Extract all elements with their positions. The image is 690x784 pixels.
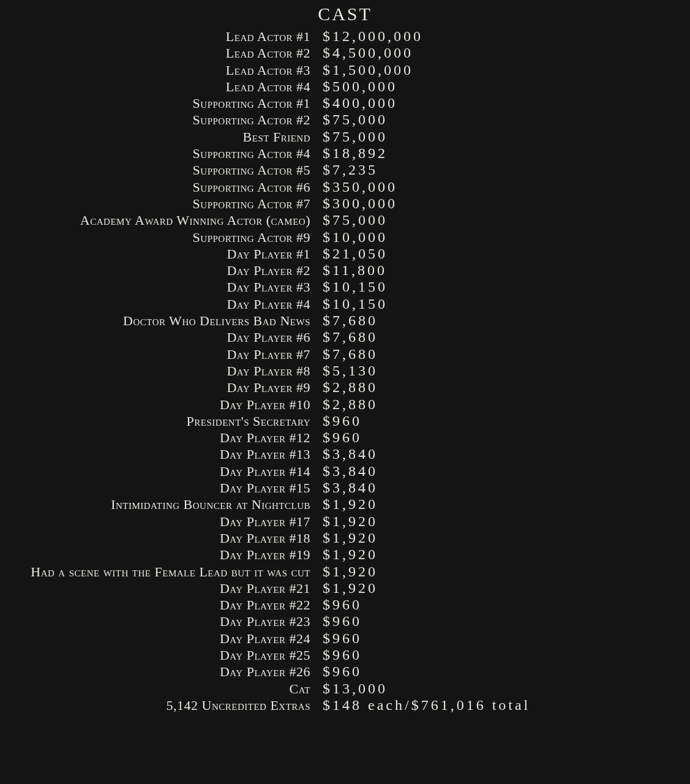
cast-amount: $10,150: [317, 296, 690, 312]
cast-role: Day Player #3: [0, 279, 317, 295]
cast-amount: $500,000: [317, 78, 690, 95]
cast-row: Intimidating Bouncer at Nightclub$1,920: [0, 496, 690, 513]
cast-role: Day Player #24: [0, 630, 317, 647]
cast-amount: $7,680: [317, 329, 690, 345]
cast-row: Day Player #22$960: [0, 597, 690, 613]
cast-row: Day Player #19$1,920: [0, 546, 690, 563]
cast-role: Day Player #1: [0, 246, 317, 262]
cast-amount: $300,000: [317, 195, 690, 212]
cast-amount: $4,500,000: [317, 45, 690, 61]
cast-amount: $960: [317, 647, 690, 663]
cast-role: Day Player #25: [0, 647, 317, 663]
cast-role: Day Player #19: [0, 546, 317, 563]
cast-role: Supporting Actor #5: [0, 162, 317, 178]
cast-amount: $75,000: [317, 212, 690, 228]
cast-page: CAST Lead Actor #1$12,000,000Lead Actor …: [0, 0, 690, 784]
cast-role: Supporting Actor #1: [0, 95, 317, 111]
cast-amount: $10,000: [317, 229, 690, 246]
cast-row: Academy Award Winning Actor (cameo)$75,0…: [0, 212, 690, 228]
cast-role: Lead Actor #4: [0, 78, 317, 95]
cast-role: Day Player #15: [0, 480, 317, 496]
cast-amount: $7,235: [317, 162, 690, 178]
cast-role: Day Player #14: [0, 463, 317, 480]
cast-amount: $960: [317, 413, 690, 429]
cast-amount: $2,880: [317, 379, 690, 396]
cast-amount: $11,800: [317, 262, 690, 279]
cast-amount: $148 each/$761,016 total: [317, 697, 690, 714]
cast-list: Lead Actor #1$12,000,000Lead Actor #2$4,…: [0, 28, 690, 714]
cast-row: Day Player #21$1,920: [0, 580, 690, 597]
cast-amount: $1,920: [317, 513, 690, 530]
cast-row: Lead Actor #1$12,000,000: [0, 28, 690, 45]
cast-row: Lead Actor #2$4,500,000: [0, 45, 690, 61]
cast-row: Day Player #15$3,840: [0, 480, 690, 496]
cast-row: Best Friend$75,000: [0, 129, 690, 145]
cast-role: Day Player #12: [0, 429, 317, 446]
cast-amount: $960: [317, 663, 690, 680]
cast-row: Day Player #6$7,680: [0, 329, 690, 345]
cast-amount: $12,000,000: [317, 28, 690, 45]
cast-amount: $5,130: [317, 363, 690, 379]
cast-row: Lead Actor #4$500,000: [0, 78, 690, 95]
cast-amount: $75,000: [317, 111, 690, 128]
cast-role: Day Player #8: [0, 363, 317, 379]
cast-row: Day Player #13$3,840: [0, 446, 690, 462]
cast-role: Day Player #26: [0, 663, 317, 680]
cast-row: Cat$13,000: [0, 680, 690, 697]
cast-amount: $2,880: [317, 396, 690, 413]
cast-amount: $1,920: [317, 530, 690, 546]
cast-role: Best Friend: [0, 129, 317, 145]
cast-amount: $21,050: [317, 246, 690, 262]
cast-row: Day Player #1$21,050: [0, 246, 690, 262]
cast-role: Day Player #6: [0, 329, 317, 345]
cast-role: Day Player #13: [0, 446, 317, 462]
cast-row: Day Player #17$1,920: [0, 513, 690, 530]
cast-role: Supporting Actor #7: [0, 195, 317, 212]
cast-role: Day Player #9: [0, 379, 317, 396]
cast-row: Day Player #12$960: [0, 429, 690, 446]
cast-amount: $1,920: [317, 546, 690, 563]
cast-role: Day Player #18: [0, 530, 317, 546]
cast-row: Day Player #10$2,880: [0, 396, 690, 413]
cast-row: Supporting Actor #5$7,235: [0, 162, 690, 178]
cast-role: Day Player #23: [0, 613, 317, 630]
cast-row: Day Player #4$10,150: [0, 296, 690, 312]
cast-amount: $960: [317, 613, 690, 630]
cast-row: Day Player #9$2,880: [0, 379, 690, 396]
cast-row: Day Player #23$960: [0, 613, 690, 630]
cast-role: Doctor Who Delivers Bad News: [0, 312, 317, 329]
page-title: CAST: [0, 4, 690, 24]
cast-role: Academy Award Winning Actor (cameo): [0, 212, 317, 228]
cast-row: Doctor Who Delivers Bad News$7,680: [0, 312, 690, 329]
cast-row: Lead Actor #3$1,500,000: [0, 62, 690, 78]
cast-row: Day Player #7$7,680: [0, 346, 690, 363]
cast-role: Day Player #17: [0, 513, 317, 530]
cast-amount: $1,920: [317, 564, 690, 580]
cast-row: President's Secretary$960: [0, 413, 690, 429]
cast-role: Lead Actor #3: [0, 62, 317, 78]
cast-amount: $18,892: [317, 145, 690, 162]
cast-role: Day Player #10: [0, 396, 317, 413]
cast-role: Day Player #2: [0, 262, 317, 279]
cast-amount: $960: [317, 597, 690, 613]
cast-amount: $10,150: [317, 279, 690, 295]
cast-row: Day Player #24$960: [0, 630, 690, 647]
cast-row: Supporting Actor #6$350,000: [0, 179, 690, 195]
cast-amount: $960: [317, 429, 690, 446]
cast-role: Intimidating Bouncer at Nightclub: [0, 496, 317, 513]
cast-role: Supporting Actor #4: [0, 145, 317, 162]
cast-role: Cat: [0, 680, 317, 697]
cast-role: Had a scene with the Female Lead but it …: [0, 564, 317, 580]
cast-amount: $1,500,000: [317, 62, 690, 78]
cast-role: Lead Actor #1: [0, 28, 317, 45]
cast-row: Supporting Actor #2$75,000: [0, 111, 690, 128]
cast-amount: $960: [317, 630, 690, 647]
cast-role: Supporting Actor #6: [0, 179, 317, 195]
cast-row: Day Player #18$1,920: [0, 530, 690, 546]
cast-row: Day Player #3$10,150: [0, 279, 690, 295]
cast-row: Day Player #26$960: [0, 663, 690, 680]
cast-amount: $13,000: [317, 680, 690, 697]
cast-role: Supporting Actor #9: [0, 229, 317, 246]
cast-row: Day Player #14$3,840: [0, 463, 690, 480]
cast-role: Supporting Actor #2: [0, 111, 317, 128]
